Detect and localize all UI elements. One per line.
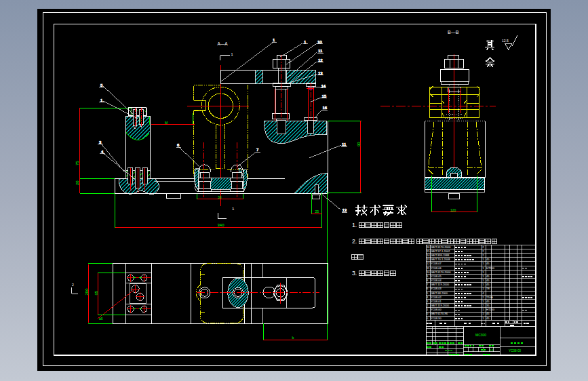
svg-text:45: 45 (486, 262, 490, 265)
svg-text:GB/T 6170-2000: GB/T 6170-2000 (431, 270, 451, 274)
svg-text:GB/T 97.1-2002: GB/T 97.1-2002 (431, 249, 450, 253)
svg-text:2.: 2. (352, 238, 357, 245)
svg-text:YC08-90: YC08-90 (431, 317, 442, 320)
svg-text:YC08-04: YC08-04 (431, 279, 442, 282)
svg-text:20: 20 (75, 180, 79, 185)
svg-text:16: 16 (427, 245, 430, 249)
svg-text:90: 90 (357, 142, 361, 146)
svg-text:12: 12 (318, 58, 323, 62)
svg-text:YC08-01: YC08-01 (431, 300, 442, 303)
svg-text:11: 11 (342, 142, 347, 146)
svg-text:YC08-03: YC08-03 (431, 287, 442, 290)
svg-text:14: 14 (321, 84, 326, 88)
svg-text:15: 15 (427, 249, 430, 253)
svg-text:30: 30 (218, 195, 222, 199)
svg-text:13: 13 (318, 71, 323, 75)
svg-text:b: b (292, 336, 294, 340)
svg-text:YC08-00: YC08-00 (509, 349, 522, 353)
svg-text:a5: a5 (99, 317, 103, 321)
svg-text:MC300: MC300 (475, 333, 486, 337)
svg-text:65: 65 (94, 290, 98, 295)
svg-text:14: 14 (427, 254, 430, 257)
svg-text:B—B: B—B (448, 30, 459, 35)
svg-text:3.: 3. (352, 270, 357, 277)
svg-text:2: 2 (72, 283, 74, 287)
svg-text:13: 13 (427, 258, 430, 261)
svg-text:12.5: 12.5 (502, 39, 509, 43)
svg-text:GB/T 899-1988: GB/T 899-1988 (431, 254, 450, 257)
svg-text:GB/T 119-2000: GB/T 119-2000 (431, 283, 450, 286)
svg-text:YC08-06: YC08-06 (431, 266, 442, 270)
svg-text:M: M (165, 121, 168, 125)
svg-text:45: 45 (486, 275, 490, 278)
svg-text:GB/T 68-2000: GB/T 68-2000 (431, 292, 448, 295)
svg-text:45: 45 (486, 300, 490, 303)
svg-text:YC08-07: YC08-07 (431, 262, 442, 265)
svg-text:10: 10 (427, 270, 430, 274)
svg-text:35: 35 (486, 304, 490, 307)
svg-text:T8: T8 (486, 287, 490, 290)
svg-text:10: 10 (317, 40, 322, 44)
svg-text:YC08-02: YC08-02 (431, 296, 442, 299)
svg-text:GB/T 119-2000: GB/T 119-2000 (431, 304, 450, 307)
svg-text:GB/T 70.1-2008: GB/T 70.1-2008 (431, 258, 450, 261)
svg-text:45: 45 (486, 317, 490, 320)
svg-text:A—A: A—A (218, 41, 229, 46)
svg-text:15: 15 (322, 94, 327, 98)
svg-text:75: 75 (75, 161, 79, 165)
svg-text:GB/T 6170-96: GB/T 6170-96 (431, 312, 448, 315)
svg-text:13: 13 (342, 208, 347, 212)
svg-text:200: 200 (85, 288, 89, 296)
svg-text:YC08-00: YC08-00 (431, 308, 442, 311)
svg-text:45: 45 (486, 258, 490, 261)
svg-text:120: 120 (450, 208, 456, 212)
svg-text:T10A: T10A (486, 296, 493, 299)
svg-text:YC08-05: YC08-05 (431, 275, 442, 278)
svg-text:HT200: HT200 (486, 308, 495, 311)
svg-text:GB/T 6170-2000: GB/T 6170-2000 (431, 245, 451, 249)
svg-text:16: 16 (323, 106, 328, 110)
svg-text:12: 12 (427, 262, 430, 265)
svg-text:1: 1 (231, 52, 233, 56)
svg-text:11: 11 (318, 49, 323, 53)
svg-text:1:1: 1:1 (490, 348, 494, 352)
svg-text:45: 45 (486, 279, 490, 282)
svg-text:25: 25 (315, 209, 319, 214)
svg-text:1.: 1. (352, 222, 357, 228)
svg-text:45: 45 (486, 312, 490, 315)
svg-text:45: 45 (486, 283, 490, 286)
svg-text:HT200: HT200 (486, 266, 495, 270)
svg-text:340: 340 (218, 223, 225, 227)
